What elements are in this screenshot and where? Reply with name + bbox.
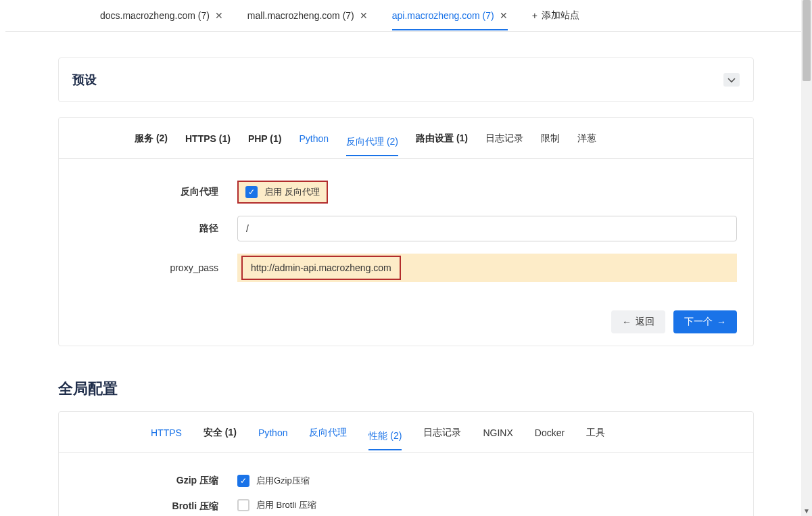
tab-service[interactable]: 服务 (2) (135, 133, 168, 151)
site-tab-label: api.macrozheng.com (7) (392, 10, 494, 21)
enable-brotli-checkbox-wrap[interactable]: 启用 Brotli 压缩 (237, 499, 316, 511)
enable-brotli-label: 启用 Brotli 压缩 (256, 499, 316, 511)
scroll-down-icon[interactable]: ▼ (801, 505, 812, 516)
close-icon[interactable]: ✕ (360, 10, 368, 21)
tab-reverse-proxy[interactable]: 反向代理 (2) (346, 136, 398, 156)
config-tabs: 服务 (2) HTTPS (1) PHP (1) Python 反向代理 (2)… (59, 118, 753, 159)
tab-global-performance[interactable]: 性能 (2) (368, 430, 402, 450)
tab-php[interactable]: PHP (1) (248, 133, 282, 151)
proxy-pass-input[interactable]: http://admin-api.macrozheng.com (241, 256, 401, 280)
tab-global-nginx[interactable]: NGINX (483, 427, 512, 445)
tab-global-security[interactable]: 安全 (1) (204, 427, 237, 446)
tab-python[interactable]: Python (299, 133, 329, 151)
preset-card: 预设 (58, 57, 754, 102)
path-label: 路径 (75, 222, 237, 235)
next-label: 下一个 (684, 316, 713, 328)
site-tab-docs[interactable]: docs.macrozheng.com (7) ✕ (100, 10, 223, 21)
checkbox-icon: ✓ (245, 186, 258, 198)
back-label: 返回 (636, 316, 654, 328)
enable-gzip-label: 启用Gzip压缩 (256, 475, 310, 487)
scrollbar-thumb[interactable] (803, 0, 811, 81)
tab-https[interactable]: HTTPS (1) (185, 133, 231, 151)
expand-button[interactable] (723, 73, 740, 87)
close-icon[interactable]: ✕ (215, 10, 223, 21)
global-tabs: HTTPS 安全 (1) Python 反向代理 性能 (2) 日志记录 NGI… (59, 412, 753, 453)
next-button[interactable]: 下一个 → (673, 310, 737, 333)
enable-reverse-proxy-checkbox-wrap[interactable]: ✓ 启用 反向代理 (237, 181, 328, 204)
close-icon[interactable]: ✕ (500, 10, 508, 21)
tab-route[interactable]: 路由设置 (1) (416, 133, 468, 151)
global-card: HTTPS 安全 (1) Python 反向代理 性能 (2) 日志记录 NGI… (58, 411, 754, 516)
gzip-label: Gzip 压缩 (75, 475, 237, 487)
tab-log[interactable]: 日志记录 (485, 133, 523, 151)
preset-title: 预设 (72, 72, 97, 88)
site-tab-label: mall.macrozheng.com (7) (247, 10, 354, 21)
plus-icon: + (532, 10, 538, 21)
tab-global-reverse-proxy[interactable]: 反向代理 (309, 427, 347, 446)
tab-limit[interactable]: 限制 (541, 133, 560, 151)
site-tab-mall[interactable]: mall.macrozheng.com (7) ✕ (247, 10, 368, 21)
arrow-left-icon: ← (622, 316, 631, 327)
brotli-label: Brotli 压缩 (75, 500, 237, 513)
enable-gzip-checkbox-wrap[interactable]: ✓ 启用Gzip压缩 (237, 475, 310, 487)
path-input[interactable] (237, 216, 737, 241)
scrollbar[interactable]: ▲ ▼ (801, 0, 812, 516)
tab-global-python[interactable]: Python (258, 427, 288, 445)
checkbox-icon (237, 499, 249, 511)
proxy-pass-label: proxy_pass (75, 262, 237, 273)
add-site-label: 添加站点 (542, 9, 579, 22)
tab-global-docker[interactable]: Docker (535, 427, 565, 445)
add-site-button[interactable]: + 添加站点 (532, 9, 579, 22)
tab-global-log[interactable]: 日志记录 (423, 427, 461, 446)
tab-global-tools[interactable]: 工具 (586, 427, 605, 446)
site-tab-label: docs.macrozheng.com (7) (100, 10, 210, 21)
enable-reverse-proxy-label: 启用 反向代理 (264, 186, 320, 198)
arrow-right-icon: → (717, 316, 726, 327)
chevron-down-icon (727, 74, 736, 85)
tab-onion[interactable]: 洋葱 (577, 133, 596, 151)
reverse-proxy-label: 反向代理 (75, 186, 237, 198)
site-tab-api[interactable]: api.macrozheng.com (7) ✕ (392, 10, 508, 30)
checkbox-icon: ✓ (237, 475, 249, 487)
site-tabs: docs.macrozheng.com (7) ✕ mall.macrozhen… (5, 0, 807, 32)
global-config-title: 全局配置 (58, 379, 754, 399)
tab-global-https[interactable]: HTTPS (151, 427, 182, 445)
back-button[interactable]: ← 返回 (611, 310, 665, 333)
config-card: 服务 (2) HTTPS (1) PHP (1) Python 反向代理 (2)… (58, 117, 754, 346)
